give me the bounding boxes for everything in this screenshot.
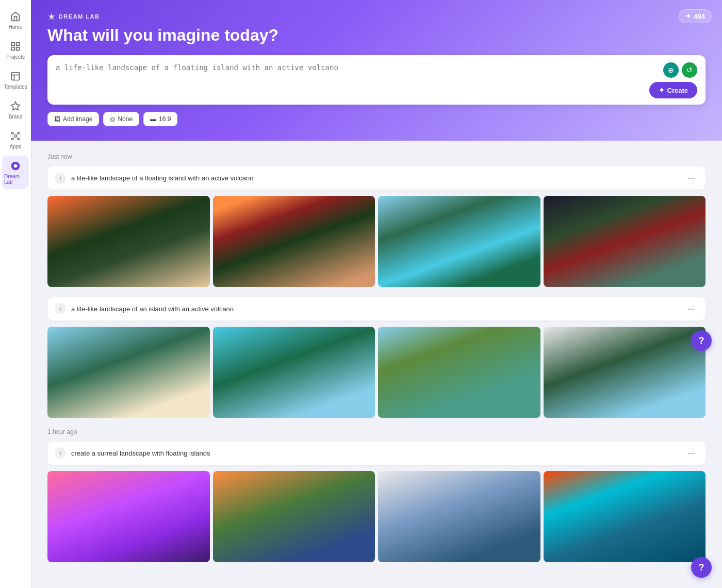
svg-marker-7 — [11, 102, 20, 110]
templates-icon — [9, 70, 22, 82]
sidebar-label-apps: Apps — [10, 144, 22, 149]
sidebar-item-home[interactable]: Home — [2, 6, 29, 34]
image-3-4[interactable] — [544, 471, 706, 562]
hero-title: What will you imagine today? — [47, 26, 705, 45]
prompt-row-1-left: ↑ a life-like landscape of a floating is… — [55, 173, 253, 184]
sidebar-label-dreamlab: Dream Lab — [4, 174, 27, 185]
help-button-bottom[interactable]: ? — [691, 557, 712, 578]
projects-icon — [9, 40, 22, 53]
sidebar-label-brand: Brand — [9, 114, 23, 120]
sidebar-item-brand[interactable]: Brand — [2, 96, 29, 124]
apps-icon — [9, 130, 22, 142]
prompt-text-1: a life-like landscape of a floating isla… — [71, 174, 253, 182]
image-1-3[interactable] — [378, 196, 540, 287]
prompt-text-3: create a surreal landscape with floating… — [71, 449, 210, 457]
home-icon — [9, 10, 22, 23]
add-image-label: Add image — [63, 115, 92, 123]
sidebar-label-templates: Templates — [4, 84, 27, 90]
svg-rect-2 — [12, 47, 15, 51]
add-image-icon: 🖼 — [54, 115, 60, 123]
image-1-4[interactable] — [544, 196, 706, 287]
main-content: DREAM LAB What will you imagine today? ✦… — [31, 0, 722, 588]
dreamlab-icon — [9, 160, 22, 172]
none-label: None — [118, 115, 133, 123]
prompt-text-2: a life-like landscape of an island with … — [71, 305, 234, 313]
image-2-2[interactable] — [213, 327, 375, 418]
svg-point-10 — [12, 132, 13, 134]
sparkle-icon: ✦ — [659, 86, 665, 94]
image-1-1[interactable] — [47, 196, 210, 287]
arrow-up-icon-1: ↑ — [55, 173, 66, 184]
input-row: ⊕ ↺ ✦ Create — [56, 62, 697, 98]
arrow-up-icon-2: ↑ — [55, 303, 66, 314]
none-icon: ◎ — [110, 115, 115, 123]
svg-rect-0 — [12, 43, 15, 46]
sidebar-item-apps[interactable]: Apps — [2, 126, 29, 154]
image-1-2[interactable] — [213, 196, 375, 287]
prompt-input-card: ⊕ ↺ ✦ Create — [47, 55, 705, 105]
icon-buttons: ⊕ ↺ — [663, 62, 697, 78]
prompt-row-3-left: ↑ create a surreal landscape with floati… — [55, 447, 210, 459]
credits-badge: ✦ 484 — [679, 9, 712, 23]
create-label: Create — [667, 87, 688, 94]
svg-point-11 — [18, 138, 19, 140]
hero-tag: DREAM LAB — [47, 12, 705, 21]
create-button[interactable]: ✦ Create — [649, 82, 697, 98]
image-3-2[interactable] — [213, 471, 375, 562]
image-3-1[interactable] — [47, 471, 210, 562]
more-button-1[interactable]: ··· — [684, 172, 698, 184]
feed-scroll-area[interactable]: Just now ↑ a life-like landscape of a fl… — [31, 141, 722, 588]
credits-icon: ✦ — [685, 12, 691, 20]
input-controls: 🖼 Add image ◎ None ▬ 16:9 — [47, 112, 705, 126]
help-button-top[interactable]: ? — [691, 330, 712, 351]
prompt-textarea[interactable] — [56, 62, 645, 84]
sidebar-label-projects: Projects — [6, 54, 25, 60]
prompt-row-2-left: ↑ a life-like landscape of an island wit… — [55, 303, 234, 314]
prompt-row-2: ↑ a life-like landscape of an island wit… — [47, 297, 705, 321]
more-button-3[interactable]: ··· — [684, 447, 698, 460]
more-button-2[interactable]: ··· — [684, 303, 698, 315]
green-icon: ↺ — [686, 66, 693, 74]
teal-action-button[interactable]: ⊕ — [663, 62, 679, 78]
arrow-up-icon-3: ↑ — [55, 447, 66, 459]
prompt-row-3: ↑ create a surreal landscape with floati… — [47, 442, 705, 465]
svg-point-9 — [18, 132, 19, 134]
ratio-button[interactable]: ▬ 16:9 — [143, 112, 177, 126]
sidebar-item-projects[interactable]: Projects — [2, 36, 29, 64]
help-icon-top: ? — [699, 335, 704, 346]
none-button[interactable]: ◎ None — [103, 112, 139, 126]
sidebar-label-home: Home — [9, 24, 23, 30]
add-image-button[interactable]: 🖼 Add image — [47, 112, 99, 126]
green-action-button[interactable]: ↺ — [682, 62, 697, 78]
svg-point-12 — [12, 138, 13, 140]
svg-rect-1 — [17, 43, 20, 46]
help-icon-bottom: ? — [699, 562, 704, 573]
svg-rect-3 — [17, 47, 20, 51]
timestamp-2: 1 hour ago — [47, 428, 705, 435]
svg-point-8 — [14, 135, 17, 138]
teal-icon: ⊕ — [668, 66, 674, 74]
image-grid-3 — [47, 471, 705, 562]
sidebar: Home Projects Templates Brand Apps Dream… — [0, 0, 31, 588]
image-grid-1 — [47, 196, 705, 287]
svg-point-14 — [14, 164, 18, 168]
sidebar-item-templates[interactable]: Templates — [2, 66, 29, 94]
image-2-4[interactable] — [544, 327, 706, 418]
input-actions: ⊕ ↺ ✦ Create — [649, 62, 697, 98]
image-2-1[interactable] — [47, 327, 210, 418]
image-2-3[interactable] — [378, 327, 540, 418]
brand-icon — [9, 100, 22, 112]
svg-rect-4 — [12, 73, 20, 80]
hero-section: DREAM LAB What will you imagine today? ✦… — [31, 0, 722, 141]
image-3-3[interactable] — [378, 471, 540, 562]
image-grid-2 — [47, 327, 705, 418]
prompt-row-1: ↑ a life-like landscape of a floating is… — [47, 166, 705, 190]
sidebar-item-dreamlab[interactable]: Dream Lab — [2, 156, 29, 189]
ratio-label: 16:9 — [159, 115, 171, 123]
timestamp-1: Just now — [47, 153, 705, 160]
credits-value: 484 — [694, 12, 705, 20]
ratio-icon: ▬ — [150, 115, 156, 123]
